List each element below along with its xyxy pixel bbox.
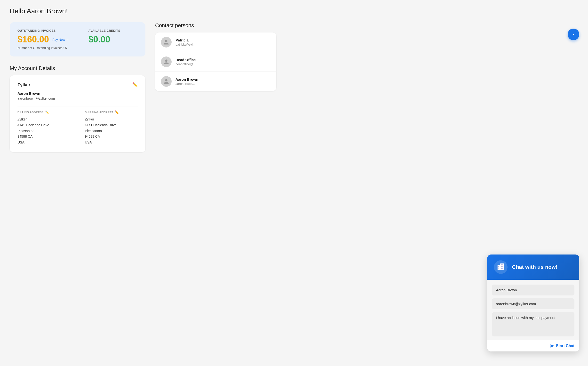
svg-rect-6 <box>501 268 502 269</box>
credits-label: AVAILABLE CREDITS <box>88 29 120 32</box>
svg-rect-0 <box>498 265 500 270</box>
chat-header: Chat with us now! <box>487 255 579 280</box>
chat-logo <box>494 260 508 274</box>
chat-header-title: Chat with us now! <box>512 264 557 270</box>
shipping-label: SHIPPING ADDRESS ✏️ <box>85 110 138 114</box>
svg-rect-2 <box>498 266 499 267</box>
outstanding-invoices-section: OUTSTANDING INVOICES $160.00 Pay Now → N… <box>17 29 69 50</box>
svg-rect-8 <box>502 266 503 267</box>
avatar-headoffice <box>161 56 172 67</box>
contact-name-1: Head Office <box>175 58 196 62</box>
svg-rect-7 <box>502 264 503 265</box>
svg-rect-5 <box>501 266 502 267</box>
contact-item-1: Head Office headoffice@... <box>155 52 276 72</box>
contact-name-0: Patricia <box>175 38 195 42</box>
shipping-address: Zylker4141 Hacienda DrivePleasanton94588… <box>85 117 138 145</box>
svg-rect-1 <box>500 263 504 270</box>
account-section-title: My Account Details <box>10 65 145 72</box>
contact-email-0: patricia@zyl... <box>175 43 195 46</box>
left-column: OUTSTANDING INVOICES $160.00 Pay Now → N… <box>10 22 145 152</box>
contact-info-1: Head Office headoffice@... <box>175 58 196 66</box>
contact-item-2: Aaron Brown aaronbrown... <box>155 72 276 91</box>
contact-item-0: Patricia patricia@zyl... <box>155 32 276 52</box>
user-email: aaronbrown@zylker.com <box>17 96 138 100</box>
chat-body: Aaron Brown aaronbrown@zylker.com I have… <box>487 280 579 340</box>
start-chat-label: Start Chat <box>556 344 574 348</box>
start-chat-button[interactable]: Start Chat <box>550 344 574 348</box>
chat-widget: Chat with us now! Aaron Brown aaronbrown… <box>487 255 579 351</box>
chat-footer: Start Chat <box>487 340 579 351</box>
edit-shipping-icon[interactable]: ✏️ <box>115 110 119 114</box>
chat-email-field[interactable]: aaronbrown@zylker.com <box>492 298 574 309</box>
chat-message-field[interactable]: I have an issue with my last payment <box>492 312 574 336</box>
contact-card: Patricia patricia@zyl... Head Office hea… <box>155 32 276 91</box>
billing-label: BILLING ADDRESS ✏️ <box>17 110 70 114</box>
edit-account-icon[interactable]: ✏️ <box>132 82 138 88</box>
invoices-card: OUTSTANDING INVOICES $160.00 Pay Now → N… <box>10 22 145 56</box>
contact-info-2: Aaron Brown aaronbrown... <box>175 77 198 86</box>
divider <box>17 106 138 106</box>
svg-rect-3 <box>498 268 499 269</box>
invoice-count: Number of Outstanding Invoices : 5 <box>17 46 69 50</box>
svg-rect-9 <box>502 268 503 269</box>
avatar-patricia <box>161 37 172 48</box>
contacts-section-title: Contact persons <box>155 22 276 29</box>
svg-rect-4 <box>501 264 502 265</box>
pay-now-link[interactable]: Pay Now → <box>52 38 69 41</box>
outstanding-invoices-label: OUTSTANDING INVOICES <box>17 29 69 32</box>
right-column: Contact persons Patricia patricia@zyl...… <box>155 22 276 152</box>
contact-info-0: Patricia patricia@zyl... <box>175 38 195 46</box>
outstanding-amount: $160.00 <box>17 34 49 45</box>
company-name-row: Zylker ✏️ <box>17 82 138 88</box>
main-layout: OUTSTANDING INVOICES $160.00 Pay Now → N… <box>10 22 578 152</box>
billing-address-section: BILLING ADDRESS ✏️ Zylker4141 Hacienda D… <box>17 110 70 145</box>
contact-email-2: aaronbrown... <box>175 82 198 86</box>
available-credits-section: AVAILABLE CREDITS $0.00 <box>88 29 120 45</box>
chat-name-field[interactable]: Aaron Brown <box>492 285 574 295</box>
contact-name-2: Aaron Brown <box>175 77 198 81</box>
billing-address: Zylker4141 Hacienda DrivePleasanton94588… <box>17 117 70 145</box>
user-name: Aaron Brown <box>17 91 138 95</box>
contact-email-1: headoffice@... <box>175 62 196 66</box>
building-icon <box>497 263 505 271</box>
account-card: Zylker ✏️ Aaron Brown aaronbrown@zylker.… <box>10 75 145 152</box>
address-row: BILLING ADDRESS ✏️ Zylker4141 Hacienda D… <box>17 110 138 145</box>
chat-collapse-button[interactable] <box>568 29 579 40</box>
edit-billing-icon[interactable]: ✏️ <box>45 110 49 114</box>
send-icon <box>550 344 555 348</box>
credits-amount: $0.00 <box>88 34 110 44</box>
chevron-down-icon <box>571 32 576 37</box>
shipping-address-section: SHIPPING ADDRESS ✏️ Zylker4141 Hacienda … <box>85 110 138 145</box>
avatar-aaron <box>161 76 172 87</box>
company-name: Zylker <box>17 82 30 88</box>
page-greeting: Hello Aaron Brown! <box>10 7 578 15</box>
